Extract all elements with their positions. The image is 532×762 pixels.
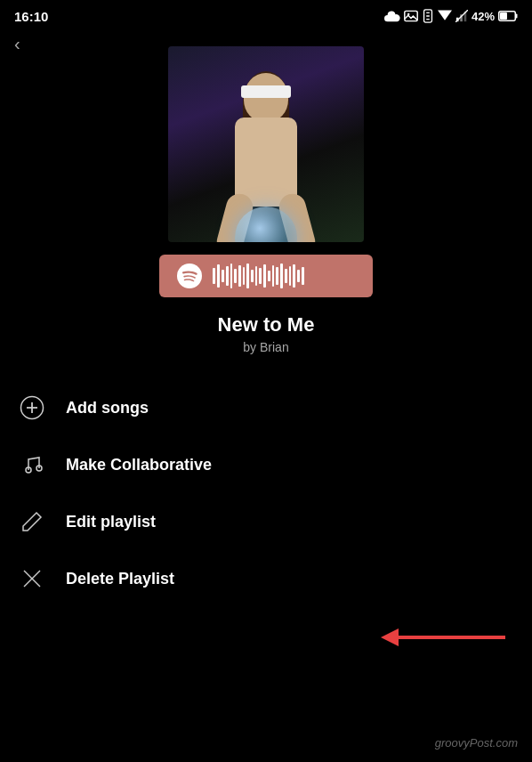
svg-rect-10 xyxy=(500,12,507,20)
menu-item-make-collaborative[interactable]: Make Collaborative xyxy=(18,436,514,493)
arrow-line xyxy=(399,636,505,639)
x-icon xyxy=(18,564,46,593)
fig-blindfold xyxy=(241,85,291,98)
status-bar: 16:10 42% xyxy=(0,0,532,28)
plus-circle-icon xyxy=(18,393,46,422)
playlist-info: New to Me by Brian xyxy=(0,313,532,354)
playlist-title: New to Me xyxy=(0,313,532,336)
menu-item-delete-playlist[interactable]: Delete Playlist xyxy=(18,550,514,607)
back-button[interactable]: ‹ xyxy=(14,34,20,54)
spotify-code-bar xyxy=(159,255,373,297)
wifi-icon xyxy=(438,10,452,22)
cloud-icon xyxy=(384,10,400,22)
make-collaborative-label: Make Collaborative xyxy=(66,456,212,474)
signal-icon xyxy=(455,10,468,22)
album-art-container xyxy=(0,28,532,242)
watermark: groovyPost.com xyxy=(435,736,518,750)
menu-item-edit-playlist[interactable]: Edit playlist xyxy=(18,493,514,550)
playlist-by: by Brian xyxy=(0,340,532,354)
image-icon xyxy=(404,10,418,22)
pencil-icon xyxy=(18,507,46,536)
svg-rect-9 xyxy=(516,14,518,19)
battery-label: 42% xyxy=(472,10,495,23)
barcode-lines xyxy=(213,263,355,288)
music-note-icon xyxy=(18,450,46,479)
svg-rect-0 xyxy=(405,11,417,20)
figure xyxy=(208,64,324,242)
status-time: 16:10 xyxy=(14,9,48,24)
svg-marker-3 xyxy=(438,11,452,20)
arrow-annotation xyxy=(381,628,505,646)
spotify-code-container xyxy=(0,255,532,297)
add-songs-label: Add songs xyxy=(66,399,149,417)
fig-body xyxy=(235,118,297,207)
delete-playlist-label: Delete Playlist xyxy=(66,570,174,588)
arrow-head xyxy=(381,628,399,646)
status-icons: 42% xyxy=(384,9,518,23)
edit-playlist-label: Edit playlist xyxy=(66,513,156,531)
nfc-icon xyxy=(422,9,434,23)
spotify-logo-icon xyxy=(177,263,202,288)
menu-list: Add songs Make Collaborative Edit playli… xyxy=(0,379,532,607)
album-art xyxy=(168,46,364,242)
battery-icon xyxy=(498,11,518,21)
menu-item-add-songs[interactable]: Add songs xyxy=(18,379,514,436)
